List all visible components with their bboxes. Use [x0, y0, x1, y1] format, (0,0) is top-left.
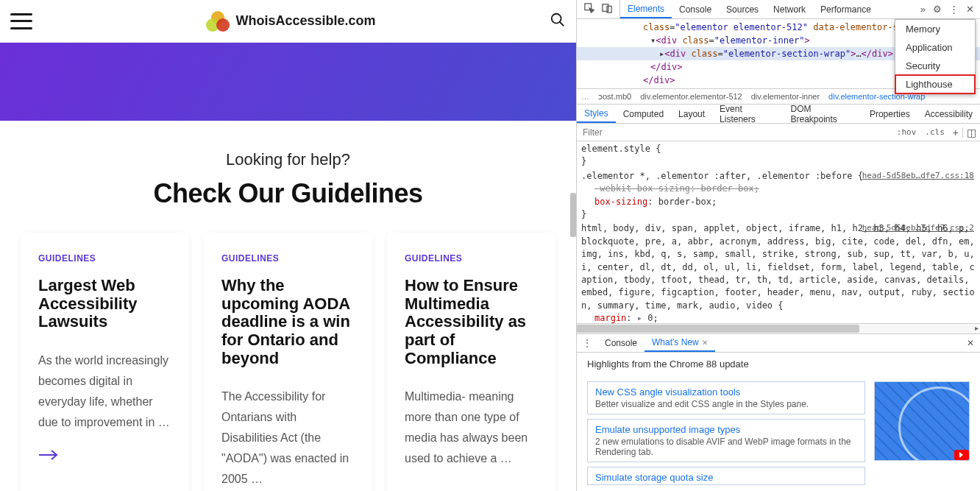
whatsnew-panel: Highlights from the Chrome 88 update New…: [577, 353, 980, 491]
subtab-layout[interactable]: Layout: [671, 105, 712, 123]
close-devtools-icon[interactable]: ✕: [966, 4, 974, 15]
help-title: Check Our Guidelines: [15, 178, 561, 209]
guideline-card[interactable]: GUIDELINES Why the upcoming AODA deadlin…: [204, 233, 372, 491]
styles-filter-input[interactable]: [577, 127, 892, 138]
drawer-tab-bar: ⋮ Console What's New✕ ✕: [577, 333, 980, 353]
menu-application[interactable]: Application: [895, 38, 975, 57]
guideline-card[interactable]: GUIDELINES Largest Web Accessibility Law…: [21, 233, 189, 491]
svg-point-0: [552, 14, 561, 24]
styles-pane-menu-icon[interactable]: ◫: [963, 127, 980, 138]
overflow-tabs-menu: Memory Application Security Lighthouse: [895, 19, 976, 94]
page-scrollbar[interactable]: [570, 193, 576, 237]
whatsnew-item[interactable]: Simulate storage quota size: [587, 467, 865, 485]
drawer-tab-whatsnew[interactable]: What's New✕: [645, 334, 715, 352]
search-icon[interactable]: [550, 12, 566, 30]
close-drawer-icon[interactable]: ✕: [961, 338, 980, 348]
menu-security[interactable]: Security: [895, 57, 975, 75]
arrow-right-icon[interactable]: [38, 449, 171, 463]
inspect-element-icon[interactable]: [584, 3, 594, 15]
crumb[interactable]: div.elementor.elementor-512: [636, 92, 747, 101]
card-excerpt: The Accessibility for Ontarians with Dis…: [221, 386, 355, 490]
whatsnew-item[interactable]: New CSS angle visualization tools Better…: [587, 381, 865, 414]
kebab-menu-icon[interactable]: ⋮: [949, 4, 959, 15]
subtab-computed[interactable]: Computed: [616, 105, 671, 123]
more-tabs-button[interactable]: »: [920, 4, 926, 15]
source-link[interactable]: head-5d58eb…dfe7.css:18: [862, 170, 974, 182]
crumb-more[interactable]: …: [577, 92, 594, 101]
toggle-hov[interactable]: :hov: [892, 127, 921, 137]
toggle-device-icon[interactable]: [602, 3, 612, 15]
styles-pane[interactable]: element.style { } head-5d58eb…dfe7.css:1…: [577, 141, 980, 323]
styles-tab-bar: Styles Computed Layout Event Listeners D…: [577, 105, 980, 124]
tab-sources[interactable]: Sources: [719, 0, 766, 18]
card-title: Why the upcoming AODA deadline is a win …: [221, 277, 355, 367]
card-category: GUIDELINES: [38, 253, 171, 264]
subtab-styles[interactable]: Styles: [577, 105, 616, 123]
whatsnew-item[interactable]: Emulate unsupported image types 2 new em…: [587, 419, 865, 462]
guideline-card[interactable]: GUIDELINES How to Ensure Multimedia Acce…: [387, 233, 555, 491]
card-excerpt: Multimedia- meaning more than one type o…: [405, 386, 538, 469]
close-icon[interactable]: ✕: [702, 339, 708, 347]
whatsnew-title: Highlights from the Chrome 88 update: [587, 358, 970, 370]
menu-button[interactable]: [10, 13, 32, 29]
card-category: GUIDELINES: [221, 253, 355, 264]
toggle-cls[interactable]: .cls: [920, 127, 949, 137]
logo-mark-icon: [206, 11, 230, 32]
card-title: How to Ensure Multimedia Accessibility a…: [405, 277, 538, 367]
subtab-event-listeners[interactable]: Event Listeners: [712, 105, 783, 123]
card-excerpt: As the world increasingly becomes digita…: [38, 350, 171, 433]
crumb[interactable]: ɔost.mb0: [594, 92, 636, 102]
help-subtitle: Looking for help?: [15, 150, 561, 169]
drawer-tab-console[interactable]: Console: [597, 334, 645, 352]
play-icon[interactable]: [954, 450, 969, 460]
guidelines-cards: GUIDELINES Largest Web Accessibility Law…: [0, 209, 576, 491]
hero-banner: [0, 43, 576, 121]
crumb[interactable]: div.elementor-inner: [747, 92, 824, 101]
subtab-properties[interactable]: Properties: [862, 105, 917, 123]
whatsnew-video-thumb[interactable]: [874, 381, 970, 461]
menu-lighthouse[interactable]: Lighthouse: [895, 75, 975, 93]
tab-elements[interactable]: Elements: [620, 0, 672, 18]
settings-icon[interactable]: ⚙: [933, 4, 942, 15]
tab-console[interactable]: Console: [672, 0, 719, 18]
whatsnew-link[interactable]: Simulate storage quota size: [595, 472, 713, 483]
subtab-dom-breakpoints[interactable]: DOM Breakpoints: [783, 105, 862, 123]
whatsnew-link[interactable]: Emulate unsupported image types: [595, 424, 740, 435]
menu-memory[interactable]: Memory: [895, 20, 975, 38]
tab-performance[interactable]: Performance: [813, 0, 878, 18]
site-logo[interactable]: WhoisAccessible.com: [206, 11, 375, 32]
whatsnew-link[interactable]: New CSS angle visualization tools: [595, 386, 740, 398]
brand-name: WhoisAccessible.com: [235, 13, 375, 29]
card-category: GUIDELINES: [405, 253, 538, 264]
subtab-accessibility[interactable]: Accessibility: [917, 105, 980, 123]
source-link[interactable]: head-5d58eb…7dfe7.css:2: [862, 222, 974, 234]
drawer-menu-icon[interactable]: ⋮: [577, 338, 597, 348]
card-title: Largest Web Accessibility Lawsuits: [38, 277, 171, 331]
tab-network[interactable]: Network: [766, 0, 813, 18]
svg-line-1: [560, 22, 564, 27]
styles-horizontal-scrollbar[interactable]: ▸: [577, 323, 980, 333]
devtools-tab-bar: Elements Console Sources Network Perform…: [577, 0, 980, 19]
new-style-rule-button[interactable]: +: [949, 127, 962, 138]
